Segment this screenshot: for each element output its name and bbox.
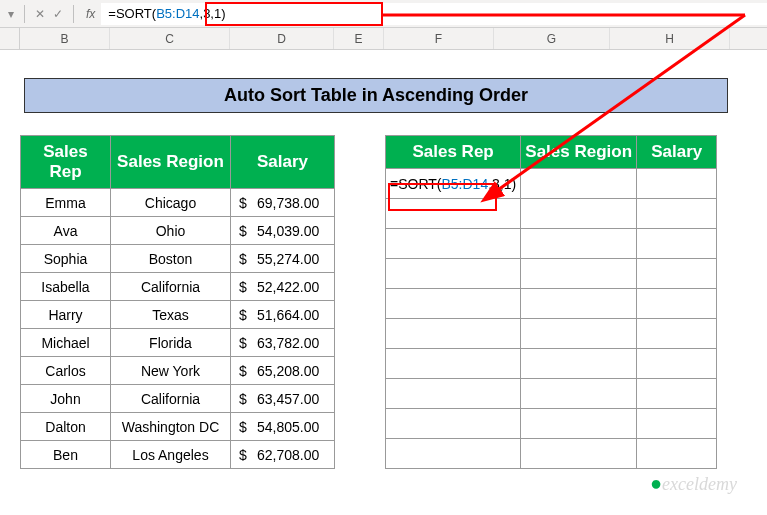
cell-rep[interactable]: Carlos <box>21 357 111 385</box>
formula-prefix: =SORT( <box>108 6 156 21</box>
table-row[interactable] <box>386 349 717 379</box>
empty-cell[interactable] <box>386 319 521 349</box>
empty-cell[interactable] <box>637 289 717 319</box>
table-row[interactable]: AvaOhio$54,039.00 <box>21 217 335 245</box>
table-row[interactable]: HarryTexas$51,664.00 <box>21 301 335 329</box>
cell-region[interactable]: Boston <box>111 245 231 273</box>
empty-cell[interactable] <box>521 169 637 199</box>
chevron-down-icon[interactable]: ▾ <box>4 7 18 21</box>
empty-cell[interactable] <box>637 379 717 409</box>
empty-cell[interactable] <box>386 409 521 439</box>
empty-cell[interactable] <box>521 409 637 439</box>
empty-cell[interactable] <box>521 379 637 409</box>
formula-input[interactable]: =SORT(B5:D14,3,1) <box>101 3 767 25</box>
cell-salary[interactable]: $51,664.00 <box>231 301 335 329</box>
table-row[interactable] <box>386 289 717 319</box>
empty-cell[interactable] <box>521 289 637 319</box>
cell-rep[interactable]: Harry <box>21 301 111 329</box>
empty-cell[interactable] <box>521 199 637 229</box>
fx-label[interactable]: fx <box>80 7 101 21</box>
table-row[interactable]: BenLos Angeles$62,708.00 <box>21 441 335 469</box>
table-row[interactable]: MichaelFlorida$63,782.00 <box>21 329 335 357</box>
cell-salary[interactable]: $52,422.00 <box>231 273 335 301</box>
cell-rep[interactable]: Emma <box>21 189 111 217</box>
th-salesregion-2[interactable]: Sales Region <box>521 136 637 169</box>
col-C[interactable]: C <box>110 28 230 49</box>
cell-salary[interactable]: $62,708.00 <box>231 441 335 469</box>
cell-rep[interactable]: Dalton <box>21 413 111 441</box>
cell-rep[interactable]: John <box>21 385 111 413</box>
empty-cell[interactable] <box>386 349 521 379</box>
empty-cell[interactable] <box>637 439 717 469</box>
empty-cell[interactable] <box>386 199 521 229</box>
cell-salary[interactable]: $54,805.00 <box>231 413 335 441</box>
empty-cell[interactable] <box>637 409 717 439</box>
table-row[interactable] <box>386 439 717 469</box>
cell-salary[interactable]: $54,039.00 <box>231 217 335 245</box>
empty-cell[interactable] <box>386 379 521 409</box>
table-row[interactable]: IsabellaCalifornia$52,422.00 <box>21 273 335 301</box>
empty-cell[interactable] <box>637 199 717 229</box>
cell-rep[interactable]: Isabella <box>21 273 111 301</box>
empty-cell[interactable] <box>637 229 717 259</box>
table-row[interactable] <box>386 379 717 409</box>
table-row[interactable]: CarlosNew York$65,208.00 <box>21 357 335 385</box>
cell-region[interactable]: Ohio <box>111 217 231 245</box>
cell-salary[interactable]: $55,274.00 <box>231 245 335 273</box>
empty-cell[interactable] <box>386 259 521 289</box>
col-E[interactable]: E <box>334 28 384 49</box>
th-salesrep[interactable]: Sales Rep <box>21 136 111 189</box>
th-salary[interactable]: Salary <box>231 136 335 189</box>
cell-region[interactable]: Florida <box>111 329 231 357</box>
col-B[interactable]: B <box>20 28 110 49</box>
formula-cell[interactable]: =SORT(B5:D14,3,1) <box>386 169 521 199</box>
col-G[interactable]: G <box>494 28 610 49</box>
table-row[interactable]: =SORT(B5:D14,3,1) <box>386 169 717 199</box>
col-D[interactable]: D <box>230 28 334 49</box>
table-row[interactable]: JohnCalifornia$63,457.00 <box>21 385 335 413</box>
table-row[interactable]: DaltonWashington DC$54,805.00 <box>21 413 335 441</box>
table-row[interactable]: SophiaBoston$55,274.00 <box>21 245 335 273</box>
cancel-icon[interactable]: ✕ <box>31 7 49 21</box>
cell-salary[interactable]: $63,782.00 <box>231 329 335 357</box>
cell-salary[interactable]: $63,457.00 <box>231 385 335 413</box>
cell-rep[interactable]: Michael <box>21 329 111 357</box>
col-H[interactable]: H <box>610 28 730 49</box>
th-salary-2[interactable]: Salary <box>637 136 717 169</box>
table-row[interactable]: EmmaChicago$69,738.00 <box>21 189 335 217</box>
empty-cell[interactable] <box>521 229 637 259</box>
cell-rep[interactable]: Ava <box>21 217 111 245</box>
col-F[interactable]: F <box>384 28 494 49</box>
table-row[interactable] <box>386 259 717 289</box>
cell-region[interactable]: Chicago <box>111 189 231 217</box>
cell-salary[interactable]: $69,738.00 <box>231 189 335 217</box>
empty-cell[interactable] <box>521 259 637 289</box>
table-row[interactable] <box>386 199 717 229</box>
cell-region[interactable]: Los Angeles <box>111 441 231 469</box>
empty-cell[interactable] <box>386 289 521 319</box>
empty-cell[interactable] <box>637 319 717 349</box>
empty-cell[interactable] <box>637 259 717 289</box>
empty-cell[interactable] <box>521 319 637 349</box>
cell-rep[interactable]: Sophia <box>21 245 111 273</box>
cell-region[interactable]: California <box>111 273 231 301</box>
cell-rep[interactable]: Ben <box>21 441 111 469</box>
th-salesregion[interactable]: Sales Region <box>111 136 231 189</box>
table-row[interactable] <box>386 319 717 349</box>
empty-cell[interactable] <box>386 229 521 259</box>
cell-region[interactable]: Washington DC <box>111 413 231 441</box>
cell-region[interactable]: California <box>111 385 231 413</box>
empty-cell[interactable] <box>637 169 717 199</box>
empty-cell[interactable] <box>521 439 637 469</box>
sheet-area: Auto Sort Table in Ascending Order Sales… <box>0 50 767 469</box>
cell-salary[interactable]: $65,208.00 <box>231 357 335 385</box>
empty-cell[interactable] <box>521 349 637 379</box>
th-salesrep-2[interactable]: Sales Rep <box>386 136 521 169</box>
table-row[interactable] <box>386 409 717 439</box>
cell-region[interactable]: Texas <box>111 301 231 329</box>
empty-cell[interactable] <box>637 349 717 379</box>
empty-cell[interactable] <box>386 439 521 469</box>
table-row[interactable] <box>386 229 717 259</box>
enter-icon[interactable]: ✓ <box>49 7 67 21</box>
cell-region[interactable]: New York <box>111 357 231 385</box>
